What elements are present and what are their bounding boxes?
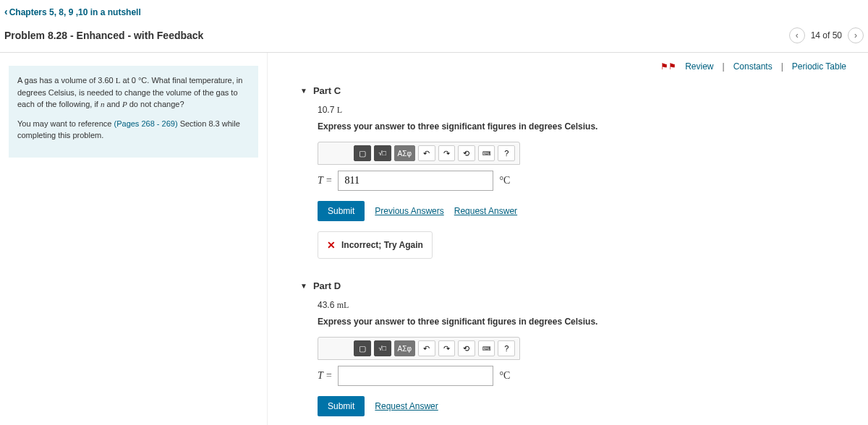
page-indicator: 14 of 50 <box>811 30 842 40</box>
problem-title: Problem 8.28 - Enhanced - with Feedback <box>4 30 203 41</box>
caret-down-icon: ▼ <box>300 87 307 95</box>
page-reference-link[interactable]: (Pages 268 - 269) <box>114 119 178 128</box>
next-page-button[interactable]: › <box>848 27 864 43</box>
undo-button[interactable]: ↶ <box>418 145 435 161</box>
review-link[interactable]: Review <box>685 61 713 72</box>
incorrect-icon: ✕ <box>327 239 336 251</box>
reset-button[interactable]: ⟲ <box>458 340 475 356</box>
redo-button[interactable]: ↷ <box>438 145 456 161</box>
part-c-var-label: T = <box>318 175 332 186</box>
part-d-answer-input[interactable] <box>338 366 493 386</box>
question-panel: A gas has a volume of 3.60 L at 0 °C. Wh… <box>0 53 268 425</box>
fraction-button[interactable]: √□ <box>374 340 391 356</box>
part-c-value: 10.7 L <box>318 105 846 116</box>
question-text-2: You may want to reference (Pages 268 - 2… <box>17 118 250 142</box>
part-d-header[interactable]: ▼ Part D <box>300 280 846 291</box>
part-d-toolbar: ▢ √□ ΑΣφ ↶ ↷ ⟲ ⌨ ? <box>318 337 520 360</box>
part-c-request-answer-link[interactable]: Request Answer <box>454 206 517 216</box>
part-d-unit: °C <box>499 370 510 382</box>
reset-button[interactable]: ⟲ <box>458 145 475 161</box>
breadcrumb[interactable]: Chapters 5, 8, 9 ,10 in a nutshell <box>4 7 141 17</box>
fraction-button[interactable]: √□ <box>374 145 391 161</box>
part-c-instruction: Express your answer to three significant… <box>318 121 846 132</box>
undo-button[interactable]: ↶ <box>418 340 435 356</box>
part-d-var-label: T = <box>318 370 332 382</box>
help-button[interactable]: ? <box>498 145 515 161</box>
part-c-feedback: ✕ Incorrect; Try Again <box>318 231 433 259</box>
part-c-header[interactable]: ▼ Part C <box>300 85 846 96</box>
part-d-request-answer-link[interactable]: Request Answer <box>375 401 438 411</box>
template-button[interactable]: ▢ <box>354 145 371 161</box>
part-c-unit: °C <box>499 175 510 186</box>
part-c-title: Part C <box>313 85 341 96</box>
redo-button[interactable]: ↷ <box>438 340 456 356</box>
periodic-table-link[interactable]: Periodic Table <box>792 61 846 72</box>
part-c-submit-button[interactable]: Submit <box>318 201 365 221</box>
greek-button[interactable]: ΑΣφ <box>394 145 415 161</box>
constants-link[interactable]: Constants <box>733 61 773 72</box>
part-c-answer-input[interactable] <box>338 171 493 191</box>
keyboard-button[interactable]: ⌨ <box>478 340 495 356</box>
part-c-toolbar: ▢ √□ ΑΣφ ↶ ↷ ⟲ ⌨ ? <box>318 142 520 165</box>
prev-page-button[interactable]: ‹ <box>789 27 805 43</box>
part-d-instruction: Express your answer to three significant… <box>318 317 846 327</box>
paging: ‹ 14 of 50 › <box>789 27 864 43</box>
caret-down-icon: ▼ <box>300 282 307 290</box>
part-d-submit-button[interactable]: Submit <box>318 396 365 416</box>
part-c-previous-answers-link[interactable]: Previous Answers <box>375 206 443 216</box>
template-button[interactable]: ▢ <box>354 340 371 356</box>
keyboard-button[interactable]: ⌨ <box>478 145 495 161</box>
greek-button[interactable]: ΑΣφ <box>394 340 415 356</box>
question-text-1: A gas has a volume of 3.60 L at 0 °C. Wh… <box>17 74 250 111</box>
part-d-value: 43.6 mL <box>318 300 846 311</box>
help-button[interactable]: ? <box>498 340 515 356</box>
flag-icon: ⚑⚑ <box>660 61 676 72</box>
part-d-title: Part D <box>313 280 341 291</box>
